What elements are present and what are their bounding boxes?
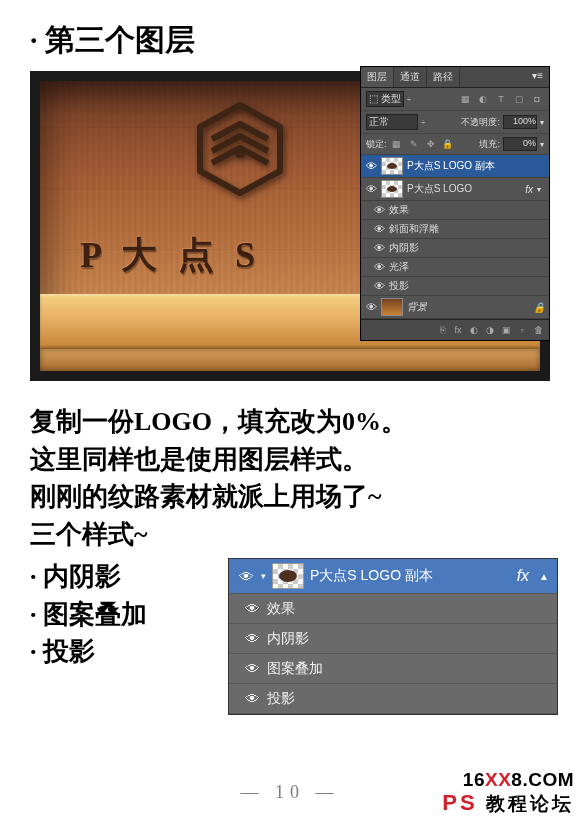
blend-mode-select[interactable]: 正常 — [366, 114, 418, 130]
effect-item[interactable]: 👁图案叠加 — [229, 654, 557, 684]
effects-heading[interactable]: 👁 效果 — [361, 201, 549, 220]
layer-item[interactable]: 👁 P大点S LOGO 副本 — [361, 155, 549, 178]
visibility-icon[interactable]: 👁 — [373, 280, 385, 292]
lock-icon: 🔒 — [533, 302, 545, 313]
logo-text: P 大 点 S — [80, 231, 261, 280]
effects-heading[interactable]: 👁 效果 — [229, 594, 557, 624]
section-title: · 第三个图层 — [30, 20, 555, 61]
link-icon[interactable]: ⎘ — [436, 323, 448, 337]
new-layer-icon[interactable]: ▫ — [516, 323, 528, 337]
visibility-icon[interactable]: 👁 — [243, 630, 261, 647]
layer-thumb — [381, 157, 403, 175]
fx-icon[interactable]: fx — [452, 323, 464, 337]
visibility-icon[interactable]: 👁 — [243, 690, 261, 707]
logo-mark — [170, 99, 310, 203]
styles-list: · 内阴影 · 图案叠加 · 投影 — [30, 558, 147, 671]
layers-panel-1: 图层 通道 路径 ▾≡ ⬚ 类型 ÷ ▦ ◐ T ▢ ◘ 正常 ÷ 不透明度: — [360, 66, 550, 341]
shelf-front — [40, 349, 540, 371]
lock-label: 锁定: — [366, 138, 387, 151]
tab-channels[interactable]: 通道 — [394, 67, 427, 87]
layer-item-background[interactable]: 👁 背景 🔒 — [361, 296, 549, 319]
body-text: 复制一份LOGO，填充改为0%。 这里同样也是使用图层样式。 刚刚的纹路素材就派… — [30, 403, 555, 554]
lock-all-icon[interactable]: 🔒 — [441, 137, 455, 151]
effect-item[interactable]: 👁内阴影 — [361, 239, 549, 258]
visibility-icon[interactable]: 👁 — [373, 223, 385, 235]
visibility-icon[interactable]: 👁 — [365, 301, 377, 313]
lock-transparent-icon[interactable]: ▦ — [390, 137, 404, 151]
filter-adjust-icon[interactable]: ◐ — [476, 92, 490, 106]
layer-name: 背景 — [407, 300, 427, 314]
effect-item[interactable]: 👁内阴影 — [229, 624, 557, 654]
fill-input[interactable]: 0% — [503, 137, 537, 151]
chevron-down-icon[interactable]: ▾ — [540, 118, 544, 127]
opacity-input[interactable]: 100% — [503, 115, 537, 129]
watermark: 16XX8.COM PS 教程论坛 — [442, 770, 574, 815]
filter-pixel-icon[interactable]: ▦ — [458, 92, 472, 106]
chevron-down-icon: ÷ — [407, 95, 411, 104]
filter-shape-icon[interactable]: ▢ — [512, 92, 526, 106]
visibility-icon[interactable]: 👁 — [373, 204, 385, 216]
opacity-label: 不透明度: — [461, 116, 500, 129]
visibility-icon[interactable]: 👁 — [365, 183, 377, 195]
filter-smart-icon[interactable]: ◘ — [530, 92, 544, 106]
visibility-icon[interactable]: 👁 — [243, 660, 261, 677]
visibility-icon[interactable]: 👁 — [243, 600, 261, 617]
folder-icon[interactable]: ▣ — [500, 323, 512, 337]
layer-item[interactable]: 👁 ▾ P大点S LOGO 副本 fx ▲ — [229, 559, 557, 594]
mockup-frame: P 大 点 S 图层 通道 路径 ▾≡ ⬚ 类型 ÷ ▦ ◐ T ▢ ◘ — [30, 71, 550, 381]
visibility-icon[interactable]: 👁 — [373, 261, 385, 273]
svg-point-1 — [234, 146, 246, 158]
filter-kind[interactable]: ⬚ 类型 — [366, 91, 404, 107]
visibility-icon[interactable]: 👁 — [373, 242, 385, 254]
lock-position-icon[interactable]: ✥ — [424, 137, 438, 151]
layer-item[interactable]: 👁 P大点S LOGO fx ▾ — [361, 178, 549, 201]
chevron-down-icon: ÷ — [421, 118, 425, 127]
fx-badge[interactable]: fx — [517, 567, 529, 585]
fill-label: 填充: — [479, 138, 500, 151]
layer-thumb — [272, 563, 304, 589]
layer-name: P大点S LOGO 副本 — [407, 159, 495, 173]
visibility-icon[interactable]: 👁 — [237, 568, 255, 585]
layer-thumb — [381, 180, 403, 198]
collapse-icon[interactable]: ▲ — [535, 571, 549, 582]
effect-item[interactable]: 👁投影 — [361, 277, 549, 296]
layers-panel-2: 👁 ▾ P大点S LOGO 副本 fx ▲ 👁 效果 👁内阴影 👁图案叠加 👁投… — [228, 558, 558, 715]
lock-paint-icon[interactable]: ✎ — [407, 137, 421, 151]
chevron-down-icon[interactable]: ▾ — [540, 140, 544, 149]
adjustment-icon[interactable]: ◑ — [484, 323, 496, 337]
trash-icon[interactable]: 🗑 — [532, 323, 544, 337]
filter-type-icon[interactable]: T — [494, 92, 508, 106]
effect-item[interactable]: 👁斜面和浮雕 — [361, 220, 549, 239]
effect-item[interactable]: 👁投影 — [229, 684, 557, 714]
layer-name: P大点S LOGO 副本 — [310, 567, 433, 585]
fx-badge[interactable]: fx — [525, 184, 533, 195]
collapse-icon[interactable]: ▾ — [537, 185, 545, 194]
layer-thumb — [381, 298, 403, 316]
panel-menu-icon[interactable]: ▾≡ — [526, 67, 549, 87]
tab-paths[interactable]: 路径 — [427, 67, 460, 87]
chevron-down-icon[interactable]: ▾ — [261, 571, 266, 581]
mask-icon[interactable]: ◐ — [468, 323, 480, 337]
effect-item[interactable]: 👁光泽 — [361, 258, 549, 277]
visibility-icon[interactable]: 👁 — [365, 160, 377, 172]
tab-layers[interactable]: 图层 — [361, 67, 394, 87]
layer-name: P大点S LOGO — [407, 182, 472, 196]
